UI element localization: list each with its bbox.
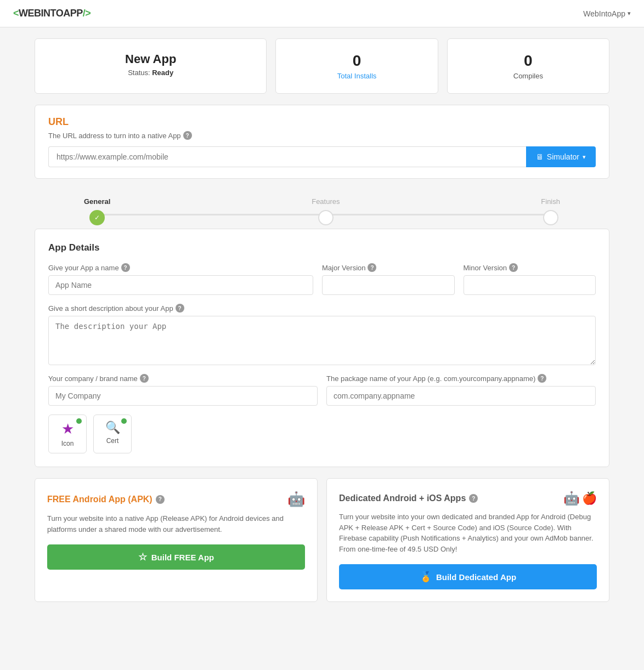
minor-version-label: Minor Version ? [464,263,596,272]
major-version-input[interactable]: 1 [322,275,455,295]
app-name-help-icon[interactable]: ? [121,263,130,272]
stats-row: New App Status: Ready 0 Total Installs 0… [35,38,609,94]
platform-icons: 🤖 🍎 [563,491,597,506]
cert-icon: 🔍 [105,421,120,435]
icon-status-dot [76,418,82,424]
build-free-button[interactable]: ☆ Build FREE App [47,544,305,570]
minor-version-group: Minor Version ? 0 [464,263,596,295]
package-label: The package name of your App (e.g. com.y… [326,374,596,383]
free-app-card: FREE Android App (APK) ? 🤖 Turn your web… [35,478,318,602]
dedicated-card-title-left: Dedicated Android + iOS Apps ? [339,493,478,503]
app-details-title: App Details [48,242,596,253]
url-input[interactable] [48,146,526,167]
url-title: URL [48,116,596,128]
package-input[interactable] [326,386,596,406]
cert-box[interactable]: 🔍 Cert [93,415,132,453]
free-card-title-row: FREE Android App (APK) ? 🤖 [47,491,305,508]
icon-label: Icon [61,440,74,447]
dedicated-app-card: Dedicated Android + iOS Apps ? 🤖 🍎 Turn … [326,478,609,602]
app-details-card: App Details Give your App a name ? Major… [35,229,609,467]
android-icon-free: 🤖 [287,491,305,508]
apple-icon-dedicated: 🍎 [582,491,597,506]
steps-section: General ✓ Features Finish [35,190,609,229]
step-features-label: Features [312,197,340,206]
description-group: Give a short description about your App … [48,304,596,365]
dedicated-card-desc: Turn your website into your own dedicate… [339,512,597,554]
app-name-label: Give your App a name ? [48,263,313,272]
installs-card: 0 Total Installs [275,38,438,94]
app-status: Status: Ready [46,69,255,77]
user-menu[interactable]: WebIntoApp [583,9,631,18]
navbar: <WEBINTOAPP/> WebIntoApp [0,0,644,27]
app-name-input[interactable] [48,275,313,295]
icon-cert-row: ★ Icon 🔍 Cert [48,415,596,453]
desc-help-icon[interactable]: ? [176,304,184,313]
star-icon: ★ [61,421,74,438]
app-name: New App [46,52,255,66]
major-help-icon[interactable]: ? [368,263,376,272]
award-btn-icon: 🏅 [420,571,432,583]
app-name-row: Give your App a name ? Major Version ? 1… [48,263,596,295]
step-finish-label: Finish [541,197,560,206]
major-version-group: Major Version ? 1 [322,263,455,295]
step-general-circle: ✓ [89,210,105,225]
installs-count: 0 [287,52,426,70]
step-general[interactable]: General ✓ [84,197,110,225]
company-help-icon[interactable]: ? [140,374,149,383]
url-help-icon[interactable]: ? [183,131,192,140]
simulator-icon: 🖥 [536,152,544,161]
star-btn-icon: ☆ [138,551,147,563]
major-version-label: Major Version ? [322,263,455,272]
url-description: The URL address to turn into a native Ap… [48,131,596,140]
compiles-count: 0 [459,52,598,70]
free-card-title-left: FREE Android App (APK) ? [47,495,165,504]
dedicated-help-icon[interactable]: ? [469,494,478,503]
description-textarea[interactable] [48,316,596,365]
package-help-icon[interactable]: ? [538,374,546,383]
brand-logo: <WEBINTOAPP/> [13,8,91,19]
icon-box[interactable]: ★ Icon [48,415,87,453]
free-help-icon[interactable]: ? [156,495,165,504]
company-label: Your company / brand name ? [48,374,318,383]
bottom-cards: FREE Android App (APK) ? 🤖 Turn your web… [35,478,609,602]
app-status-card: New App Status: Ready [35,38,267,94]
description-label: Give a short description about your App … [48,304,596,313]
company-package-row: Your company / brand name ? The package … [48,374,596,406]
app-name-group: Give your App a name ? [48,263,313,295]
cert-label: Cert [106,437,119,445]
step-general-label: General [84,197,110,206]
installs-label: Total Installs [287,72,426,80]
compiles-label: Compiles [459,72,598,80]
company-group: Your company / brand name ? [48,374,318,406]
package-group: The package name of your App (e.g. com.y… [326,374,596,406]
minor-version-input[interactable]: 0 [464,275,596,295]
cert-status-dot [121,418,127,424]
free-card-desc: Turn your website into a native App (Rel… [47,513,305,535]
dedicated-card-title-row: Dedicated Android + iOS Apps ? 🤖 🍎 [339,491,597,506]
step-finish-circle [543,210,558,225]
company-input[interactable] [48,386,318,406]
url-input-row: 🖥 Simulator [48,146,596,167]
url-card: URL The URL address to turn into a nativ… [35,105,609,179]
simulator-button[interactable]: 🖥 Simulator [526,146,596,167]
step-features-circle [318,210,334,225]
step-features[interactable]: Features [312,197,340,225]
step-finish[interactable]: Finish [541,197,560,225]
compiles-card: 0 Compiles [447,38,609,94]
android-icon-dedicated: 🤖 [563,491,580,506]
minor-help-icon[interactable]: ? [509,263,518,272]
build-dedicated-button[interactable]: 🏅 Build Dedicated App [339,564,597,589]
